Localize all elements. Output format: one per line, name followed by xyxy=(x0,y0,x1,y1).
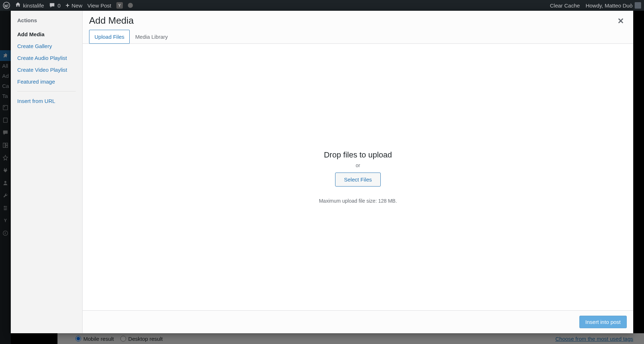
home-icon xyxy=(15,2,21,9)
comment-icon xyxy=(49,2,55,9)
view-post-link[interactable]: View Post xyxy=(87,3,111,9)
modal-title: Add Media xyxy=(89,15,134,30)
sidebar-item-create-video[interactable]: Create Video Playlist xyxy=(11,64,82,76)
sidebar-item-create-audio[interactable]: Create Audio Playlist xyxy=(11,52,82,64)
new-content-link[interactable]: + New xyxy=(66,2,83,9)
modal-main: Add Media ✕ Upload Files Media Library D… xyxy=(83,11,633,333)
sidebar-item-create-gallery[interactable]: Create Gallery xyxy=(11,40,82,52)
upload-drop-text: Drop files to upload xyxy=(324,150,392,160)
site-name: kinstalife xyxy=(23,3,44,9)
clear-cache-link[interactable]: Clear Cache xyxy=(550,3,580,9)
tab-upload-files[interactable]: Upload Files xyxy=(89,30,130,44)
add-media-modal: Actions Add Media Create Gallery Create … xyxy=(11,11,633,333)
new-label: New xyxy=(71,3,82,9)
close-icon[interactable]: ✕ xyxy=(615,15,627,27)
sidebar-item-featured-image[interactable]: Featured image xyxy=(11,76,82,88)
yoast-icon[interactable]: Y xyxy=(116,2,123,9)
sidebar-divider xyxy=(17,91,76,91)
select-files-button[interactable]: Select Files xyxy=(335,173,381,187)
sidebar-item-add-media[interactable]: Add Media xyxy=(11,28,82,40)
comments-link[interactable]: 0 xyxy=(49,2,60,9)
status-dot-icon[interactable] xyxy=(128,3,133,8)
modal-footer: Insert into post xyxy=(83,310,633,333)
user-account-link[interactable]: Howdy, Matteo Duò xyxy=(585,2,641,9)
tab-media-library[interactable]: Media Library xyxy=(130,30,173,44)
view-post-label: View Post xyxy=(87,3,111,9)
avatar xyxy=(635,2,641,9)
modal-sidebar: Actions Add Media Create Gallery Create … xyxy=(11,11,83,333)
upload-dropzone[interactable]: Drop files to upload or Select Files Max… xyxy=(83,44,633,310)
wp-logo-icon[interactable] xyxy=(3,2,10,9)
sidebar-heading: Actions xyxy=(11,17,82,28)
clear-cache-label: Clear Cache xyxy=(550,3,580,9)
greeting-label: Howdy, Matteo Duò xyxy=(585,3,633,9)
upload-limit-text: Maximum upload file size: 128 MB. xyxy=(319,198,397,204)
modal-tabs: Upload Files Media Library xyxy=(83,30,633,44)
insert-into-post-button[interactable]: Insert into post xyxy=(579,316,627,328)
plus-icon: + xyxy=(66,2,70,9)
wp-admin-bar: kinstalife 0 + New View Post Y Clear Cac… xyxy=(0,0,644,11)
upload-or-text: or xyxy=(356,162,360,168)
comment-count: 0 xyxy=(57,3,60,9)
sidebar-item-insert-url[interactable]: Insert from URL xyxy=(11,95,82,107)
site-name-link[interactable]: kinstalife xyxy=(15,2,44,9)
